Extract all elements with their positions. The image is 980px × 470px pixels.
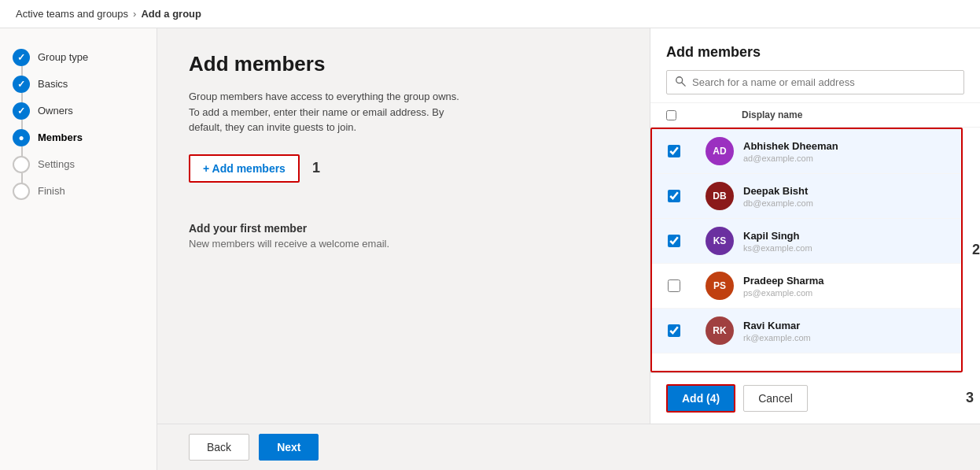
step-label-settings: Settings xyxy=(38,156,75,173)
step-owners: ✓ Owners xyxy=(13,98,144,124)
annotation-2-container: 2 xyxy=(963,128,980,372)
member-email-ps: ps@example.com xyxy=(743,288,945,298)
avatar-ad: AD xyxy=(706,137,734,165)
member-checkbox-db[interactable] xyxy=(668,190,680,202)
avatar-ps: PS xyxy=(706,272,734,300)
member-checkbox-ad[interactable] xyxy=(668,145,680,157)
step-circle-owners: ✓ xyxy=(13,102,30,120)
step-label-finish: Finish xyxy=(38,183,65,200)
member-info-ps: Pradeep Sharma ps@example.com xyxy=(743,275,945,298)
member-check-col-ad xyxy=(668,145,696,157)
header-display-name-col: Display name xyxy=(742,109,964,120)
add-members-button[interactable]: + Add members xyxy=(189,154,300,183)
member-row: PS Pradeep Sharma ps@example.com xyxy=(652,264,961,309)
search-box[interactable] xyxy=(666,70,964,94)
sidebar: ✓ Group type ✓ Basics ✓ Owners ● Members… xyxy=(0,28,157,470)
page-title: Add members xyxy=(189,52,618,76)
avatar-rk: RK xyxy=(706,316,734,345)
panel-list-header: Display name xyxy=(650,103,980,128)
breadcrumb: Active teams and groups › Add a group xyxy=(0,0,980,28)
bottom-navigation: Back Next xyxy=(157,424,980,470)
member-row: DB Deepak Bisht db@example.com xyxy=(652,174,961,219)
step-members: ● Members xyxy=(13,124,144,151)
avatar-db: DB xyxy=(706,182,734,210)
member-info-ad: Abhishek Dheeman ad@example.com xyxy=(743,140,945,163)
member-email-ad: ad@example.com xyxy=(743,154,945,163)
member-list: AD Abhishek Dheeman ad@example.com xyxy=(650,128,963,372)
step-circle-settings xyxy=(13,156,30,173)
select-all-checkbox[interactable] xyxy=(666,110,676,120)
step-group-type: ✓ Group type xyxy=(13,44,144,71)
avatar-ks: KS xyxy=(706,227,734,255)
add-button[interactable]: Add (4) xyxy=(666,384,735,413)
member-info-db: Deepak Bisht db@example.com xyxy=(743,185,945,208)
panel-footer-wrapper: Add (4) Cancel 3 xyxy=(650,372,980,424)
member-email-rk: rk@example.com xyxy=(743,333,945,342)
member-checkbox-rk[interactable] xyxy=(668,324,680,337)
annotation-1: 1 xyxy=(312,160,320,176)
add-members-row: + Add members 1 xyxy=(189,154,618,183)
member-row: RK Ravi Kumar rk@example.com xyxy=(652,309,961,353)
member-name-db: Deepak Bisht xyxy=(743,185,945,197)
search-icon xyxy=(675,76,686,89)
main-area: ✓ Group type ✓ Basics ✓ Owners ● Members… xyxy=(0,28,980,470)
step-circle-basics: ✓ xyxy=(13,76,30,93)
step-label-owners: Owners xyxy=(38,102,73,120)
member-check-col-ks xyxy=(668,235,696,247)
panel-title: Add members xyxy=(666,44,964,61)
empty-state-title: Add your first member xyxy=(189,222,618,235)
breadcrumb-parent[interactable]: Active teams and groups xyxy=(16,8,128,20)
next-button[interactable]: Next xyxy=(259,434,319,461)
step-label-group-type: Group type xyxy=(38,49,88,66)
member-info-ks: Kapil Singh ks@example.com xyxy=(743,230,945,253)
step-settings: Settings xyxy=(13,151,144,178)
member-email-ks: ks@example.com xyxy=(743,243,945,253)
annotation-2: 2 xyxy=(972,242,980,258)
member-name-ps: Pradeep Sharma xyxy=(743,275,945,287)
step-basics: ✓ Basics xyxy=(13,71,144,98)
panel-header: Add members xyxy=(650,28,980,103)
step-circle-group-type: ✓ xyxy=(13,49,30,66)
content-description: Group members have access to everything … xyxy=(189,89,472,135)
step-finish: Finish xyxy=(13,178,144,205)
member-check-col-rk xyxy=(668,324,696,337)
member-row: KS Kapil Singh ks@example.com xyxy=(652,219,961,264)
back-button[interactable]: Back xyxy=(189,434,249,461)
member-check-col-ps xyxy=(668,279,696,292)
empty-state-subtitle: New members will receive a welcome email… xyxy=(189,238,618,250)
member-name-ks: Kapil Singh xyxy=(743,230,945,242)
header-check-col xyxy=(666,110,694,120)
panel-body: Display name AD Abh xyxy=(650,103,980,424)
content-area: Add members Group members have access to… xyxy=(157,28,650,424)
cancel-button[interactable]: Cancel xyxy=(743,385,808,412)
svg-line-1 xyxy=(682,83,685,86)
empty-state: Add your first member New members will r… xyxy=(189,222,618,250)
member-row: AD Abhishek Dheeman ad@example.com xyxy=(652,129,961,174)
breadcrumb-separator: › xyxy=(133,8,136,20)
member-checkbox-ks[interactable] xyxy=(668,235,680,247)
member-checkbox-ps[interactable] xyxy=(668,279,680,292)
member-name-rk: Ravi Kumar xyxy=(743,320,945,331)
step-label-members: Members xyxy=(38,129,83,146)
member-info-rk: Ravi Kumar rk@example.com xyxy=(743,320,945,342)
right-panel: Add members Displ xyxy=(650,28,980,424)
panel-footer: Add (4) Cancel xyxy=(650,372,961,424)
step-circle-members: ● xyxy=(13,129,30,146)
member-check-col-db xyxy=(668,190,696,202)
annotation-3: 3 xyxy=(966,390,980,406)
search-input[interactable] xyxy=(692,76,956,88)
member-name-ad: Abhishek Dheeman xyxy=(743,140,945,152)
step-circle-finish xyxy=(13,183,30,200)
breadcrumb-current: Add a group xyxy=(141,8,201,20)
step-label-basics: Basics xyxy=(38,76,68,93)
member-email-db: db@example.com xyxy=(743,198,945,208)
